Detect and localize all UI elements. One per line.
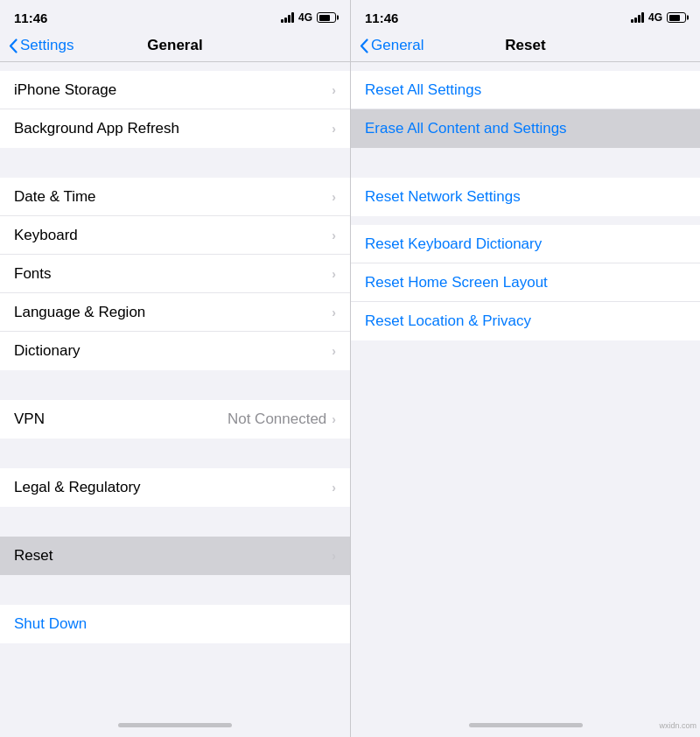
reset-group-3: Reset Keyboard Dictionary Reset Home Scr… xyxy=(351,225,700,340)
status-bar-right: 11:46 4G xyxy=(351,0,700,32)
back-label-left: Settings xyxy=(20,37,74,54)
back-button-left[interactable]: Settings xyxy=(9,37,74,54)
back-button-right[interactable]: General xyxy=(360,37,424,54)
status-icons-right: 4G xyxy=(631,11,686,24)
nav-title-left: General xyxy=(147,37,202,54)
reset-item-erase-all[interactable]: Erase All Content and Settings xyxy=(351,109,700,148)
reset-item-keyboard-dict[interactable]: Reset Keyboard Dictionary xyxy=(351,225,700,263)
section-datetime: Date & Time › Keyboard › Fonts › Languag… xyxy=(0,178,350,370)
chevron-icon: › xyxy=(332,481,336,495)
section-legal: Legal & Regulatory › xyxy=(0,468,350,507)
left-settings-content: iPhone Storage › Background App Refresh … xyxy=(0,62,350,712)
signal-icon-left xyxy=(281,12,294,23)
left-panel: 11:46 4G Settings General iPhone S xyxy=(0,0,350,737)
section-storage: iPhone Storage › Background App Refresh … xyxy=(0,71,350,148)
status-bar-left: 11:46 4G xyxy=(0,0,350,32)
battery-icon-left xyxy=(317,12,336,23)
reset-group-1: Reset All Settings Erase All Content and… xyxy=(351,71,700,148)
chevron-icon: › xyxy=(332,412,336,426)
home-indicator-left xyxy=(0,712,350,737)
network-label-right: 4G xyxy=(648,11,662,24)
section-reset: Reset › xyxy=(0,537,350,575)
nav-bar-right: General Reset xyxy=(351,32,700,62)
list-item-dictionary[interactable]: Dictionary › xyxy=(0,332,350,370)
list-item-vpn[interactable]: VPN Not Connected › xyxy=(0,400,350,439)
right-panel: 11:46 4G General Reset Reset All Setting… xyxy=(350,0,700,737)
time-left: 11:46 xyxy=(14,11,47,25)
list-item-shutdown[interactable]: Shut Down xyxy=(0,605,350,643)
reset-item-all-settings[interactable]: Reset All Settings xyxy=(351,71,700,109)
section-shutdown: Shut Down xyxy=(0,605,350,643)
list-item-reset[interactable]: Reset › xyxy=(0,537,350,575)
nav-bar-left: Settings General xyxy=(0,32,350,62)
time-right: 11:46 xyxy=(365,11,398,25)
nav-title-right: Reset xyxy=(505,37,545,54)
list-item-keyboard[interactable]: Keyboard › xyxy=(0,216,350,255)
back-label-right: General xyxy=(371,37,424,54)
list-item-date-time[interactable]: Date & Time › xyxy=(0,178,350,216)
list-item-language[interactable]: Language & Region › xyxy=(0,293,350,332)
chevron-icon: › xyxy=(332,344,336,358)
list-item-fonts[interactable]: Fonts › xyxy=(0,255,350,293)
chevron-icon: › xyxy=(332,267,336,281)
reset-group-2: Reset Network Settings xyxy=(351,178,700,216)
list-item-iphone-storage[interactable]: iPhone Storage › xyxy=(0,71,350,109)
chevron-icon: › xyxy=(332,228,336,242)
battery-icon-right xyxy=(667,12,686,23)
section-vpn: VPN Not Connected › xyxy=(0,400,350,439)
chevron-icon: › xyxy=(332,549,336,563)
vpn-status: Not Connected xyxy=(228,411,326,428)
list-item-background-app[interactable]: Background App Refresh › xyxy=(0,109,350,148)
list-item-legal[interactable]: Legal & Regulatory › xyxy=(0,468,350,507)
chevron-icon: › xyxy=(332,83,336,97)
home-bar-left xyxy=(118,723,232,727)
chevron-icon: › xyxy=(332,305,336,319)
home-bar-right xyxy=(469,723,583,727)
network-label-left: 4G xyxy=(298,11,312,24)
home-indicator-right xyxy=(351,712,700,737)
reset-item-location-privacy[interactable]: Reset Location & Privacy xyxy=(351,302,700,340)
reset-item-home-screen[interactable]: Reset Home Screen Layout xyxy=(351,263,700,302)
reset-item-network[interactable]: Reset Network Settings xyxy=(351,178,700,216)
signal-icon-right xyxy=(631,12,644,23)
right-settings-content: Reset All Settings Erase All Content and… xyxy=(351,62,700,712)
chevron-icon: › xyxy=(332,190,336,204)
watermark: wxidn.com xyxy=(659,721,696,730)
status-icons-left: 4G xyxy=(281,11,336,24)
chevron-icon: › xyxy=(332,122,336,136)
